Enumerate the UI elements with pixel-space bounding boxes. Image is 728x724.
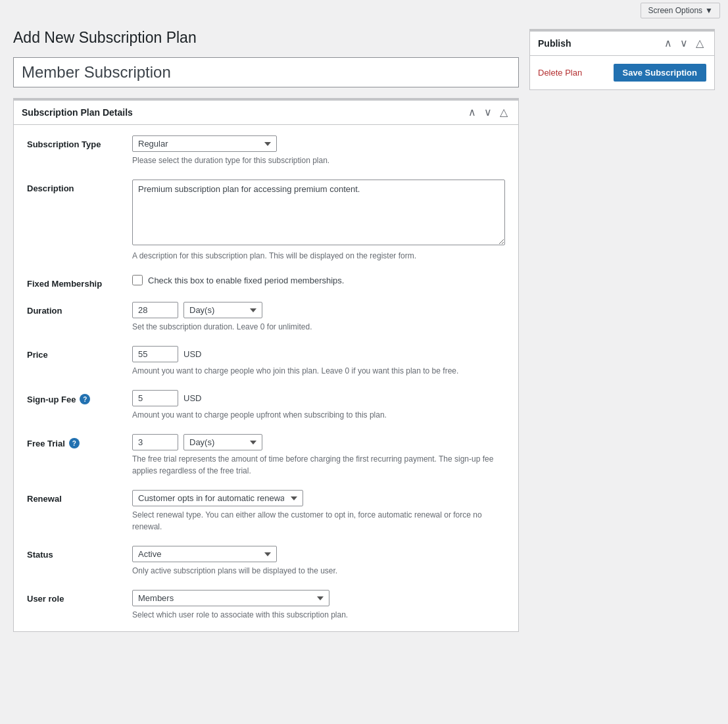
screen-options-chevron: ▼ <box>705 6 713 15</box>
publish-title: Publish <box>538 38 571 49</box>
signup-fee-field: USD Amount you want to charge people upf… <box>132 390 505 421</box>
price-row: Price USD Amount you want to charge peop… <box>27 346 505 377</box>
renewal-hint: Select renewal type. You can either allo… <box>132 509 505 533</box>
duration-label: Duration <box>27 302 119 316</box>
signup-fee-row: Sign-up Fee ? USD Amount you want to cha… <box>27 390 505 421</box>
publish-card: Publish ∧ ∨ △ Delete Plan Save Subscript… <box>529 29 715 90</box>
free-trial-row: Free Trial ? Day(s) Week(s) Month(s) Yea… <box>27 434 505 477</box>
card-header: Subscription Plan Details ∧ ∨ △ <box>14 101 518 125</box>
renewal-select[interactable]: Customer opts in for automatic renewal F… <box>132 490 303 506</box>
screen-options-label: Screen Options <box>648 6 702 15</box>
duration-number-input[interactable] <box>132 302 178 318</box>
price-field: USD Amount you want to charge people who… <box>132 346 505 377</box>
save-subscription-button[interactable]: Save Subscription <box>614 64 706 82</box>
screen-options-button[interactable]: Screen Options ▼ <box>641 3 720 18</box>
status-row: Status Active Inactive Only active subsc… <box>27 546 505 577</box>
fixed-membership-checkbox-row: Check this box to enable fixed period me… <box>132 275 505 285</box>
signup-fee-help-icon[interactable]: ? <box>80 394 90 404</box>
fixed-membership-row: Fixed Membership Check this box to enabl… <box>27 275 505 289</box>
subscription-type-row: Subscription Type Regular One-time Pleas… <box>27 135 505 166</box>
duration-field: Day(s) Week(s) Month(s) Year(s) Set the … <box>132 302 505 333</box>
fixed-membership-field: Check this box to enable fixed period me… <box>132 275 505 285</box>
user-role-row: User role Members Subscriber Editor Admi… <box>27 590 505 621</box>
subscription-type-hint: Please select the duration type for this… <box>132 155 505 166</box>
collapse-up-button[interactable]: ∧ <box>466 106 479 119</box>
fixed-membership-label: Fixed Membership <box>27 275 119 289</box>
duration-unit-select[interactable]: Day(s) Week(s) Month(s) Year(s) <box>183 302 262 318</box>
publish-collapse-down-button[interactable]: ∨ <box>677 37 691 50</box>
publish-collapse-up-button[interactable]: ∧ <box>662 37 675 50</box>
user-role-field: Members Subscriber Editor Administrator … <box>132 590 505 621</box>
renewal-row: Renewal Customer opts in for automatic r… <box>27 490 505 533</box>
description-field: Premium subscription plan for accessing … <box>132 180 505 262</box>
user-role-label: User role <box>27 590 119 604</box>
free-trial-unit-select[interactable]: Day(s) Week(s) Month(s) Year(s) <box>183 434 262 450</box>
price-currency: USD <box>183 349 201 359</box>
description-label: Description <box>27 180 119 193</box>
subscription-details-card: Subscription Plan Details ∧ ∨ △ Subscrip… <box>13 98 519 632</box>
status-label: Status <box>27 546 119 560</box>
status-field: Active Inactive Only active subscription… <box>132 546 505 577</box>
collapse-down-button[interactable]: ∨ <box>481 106 495 119</box>
description-textarea[interactable]: Premium subscription plan for accessing … <box>132 180 505 245</box>
duration-row: Duration Day(s) Week(s) Month(s) Year(s)… <box>27 302 505 333</box>
status-hint: Only active subscription plans will be d… <box>132 565 505 577</box>
signup-fee-input[interactable] <box>132 390 178 406</box>
publish-toggle-button[interactable]: △ <box>693 37 706 50</box>
duration-inputs: Day(s) Week(s) Month(s) Year(s) <box>132 302 505 318</box>
fixed-membership-checkbox[interactable] <box>132 275 143 285</box>
renewal-field: Customer opts in for automatic renewal F… <box>132 490 505 533</box>
user-role-hint: Select which user role to associate with… <box>132 609 505 621</box>
delete-plan-link[interactable]: Delete Plan <box>538 68 582 78</box>
price-hint: Amount you want to charge people who joi… <box>132 365 505 377</box>
price-label: Price <box>27 346 119 360</box>
free-trial-number-input[interactable] <box>132 434 178 450</box>
subscription-type-select[interactable]: Regular One-time <box>132 135 277 152</box>
free-trial-inputs: Day(s) Week(s) Month(s) Year(s) <box>132 434 505 450</box>
free-trial-label: Free Trial ? <box>27 434 119 448</box>
publish-controls: ∧ ∨ △ <box>662 37 706 50</box>
card-title: Subscription Plan Details <box>22 107 133 118</box>
description-row: Description Premium subscription plan fo… <box>27 180 505 262</box>
status-select[interactable]: Active Inactive <box>132 546 277 562</box>
renewal-label: Renewal <box>27 490 119 504</box>
description-hint: A description for this subscription plan… <box>132 250 505 262</box>
toggle-button[interactable]: △ <box>497 106 510 119</box>
publish-body: Delete Plan Save Subscription <box>530 56 714 89</box>
plan-title-input[interactable] <box>13 57 519 87</box>
user-role-select[interactable]: Members Subscriber Editor Administrator <box>132 590 329 606</box>
subscription-type-label: Subscription Type <box>27 135 119 149</box>
free-trial-hint: The free trial represents the amount of … <box>132 453 505 477</box>
signup-fee-input-row: USD <box>132 390 505 406</box>
signup-fee-hint: Amount you want to charge people upfront… <box>132 409 505 421</box>
signup-fee-label: Sign-up Fee ? <box>27 390 119 404</box>
free-trial-field: Day(s) Week(s) Month(s) Year(s) The free… <box>132 434 505 477</box>
signup-fee-currency: USD <box>183 393 201 403</box>
card-body: Subscription Type Regular One-time Pleas… <box>14 125 518 631</box>
duration-hint: Set the subscription duration. Leave 0 f… <box>132 321 505 333</box>
subscription-type-field: Regular One-time Please select the durat… <box>132 135 505 166</box>
page-title: Add New Subscription Plan <box>13 29 519 47</box>
free-trial-help-icon[interactable]: ? <box>69 438 80 448</box>
publish-header: Publish ∧ ∨ △ <box>530 32 714 56</box>
fixed-membership-checkbox-label: Check this box to enable fixed period me… <box>148 276 344 285</box>
card-controls: ∧ ∨ △ <box>466 106 510 119</box>
price-input[interactable] <box>132 346 178 362</box>
price-input-row: USD <box>132 346 505 362</box>
